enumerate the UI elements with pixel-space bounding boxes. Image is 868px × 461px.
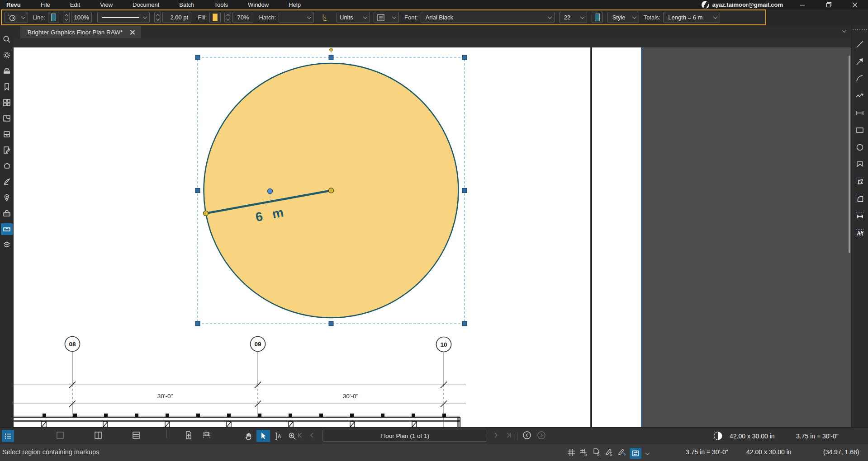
line-opacity-stepper[interactable] — [63, 12, 70, 23]
tool-rectangle[interactable] — [854, 124, 866, 136]
vertical-scrollbar[interactable] — [849, 56, 850, 253]
chevron-down-icon[interactable] — [645, 451, 650, 455]
page-contrast-button[interactable] — [713, 430, 723, 442]
sidebar-item-spaces[interactable] — [1, 113, 13, 124]
tool-count-measurement[interactable] — [854, 227, 866, 239]
units-dropdown[interactable]: Units — [337, 12, 370, 23]
show-grid-button[interactable] — [566, 447, 576, 459]
snap-markup-icon: 5 — [604, 447, 614, 457]
line-opacity-field[interactable]: 100% — [71, 12, 92, 23]
sidebar-item-bookmarks[interactable] — [1, 81, 13, 93]
list-icon — [4, 432, 12, 440]
rotate-handle[interactable] — [330, 48, 333, 52]
line-width-field[interactable]: 2.00 pt — [162, 12, 191, 23]
shape-tool-dropdown[interactable] — [5, 12, 28, 23]
tool-polyline[interactable] — [854, 90, 866, 102]
snap-to-content-button[interactable]: 5 — [592, 447, 602, 459]
split-horizontal-button[interactable] — [131, 430, 141, 442]
line-style-dropdown[interactable] — [97, 12, 150, 23]
ruler-icon — [2, 225, 11, 234]
pan-tool-button[interactable] — [242, 431, 254, 441]
close-button[interactable] — [842, 0, 868, 9]
menu-window[interactable]: Window — [238, 1, 279, 8]
previous-view-button[interactable] — [522, 430, 532, 442]
tool-ellipse[interactable] — [854, 141, 866, 153]
reuse-markup-toggle-button[interactable] — [630, 448, 641, 459]
menu-view[interactable]: View — [90, 1, 123, 8]
radius-endpoint-handle[interactable] — [204, 211, 209, 216]
scale-calibrate-button[interactable] — [318, 12, 333, 23]
totals-dropdown[interactable]: Length = 6 m — [663, 12, 720, 23]
hand-icon — [244, 431, 253, 441]
menu-batch[interactable]: Batch — [169, 1, 204, 8]
fit-page-button[interactable] — [184, 430, 194, 442]
sidebar-item-search[interactable] — [1, 33, 13, 45]
sidebar-item-tool-chest[interactable] — [1, 160, 13, 172]
split-vertical-button[interactable] — [93, 430, 103, 442]
last-page-button[interactable] — [504, 431, 512, 441]
next-page-button[interactable] — [492, 431, 500, 441]
chevron-down-icon — [307, 14, 312, 19]
markups-list-toggle-button[interactable] — [2, 430, 14, 442]
tool-arrow[interactable] — [854, 56, 866, 67]
hatch-dropdown[interactable] — [279, 12, 314, 23]
menu-tools[interactable]: Tools — [204, 1, 238, 8]
snap-hints-button[interactable] — [617, 447, 627, 459]
tool-perimeter-measurement[interactable] — [854, 193, 866, 205]
caption-style-dropdown[interactable] — [374, 12, 399, 23]
font-family-dropdown[interactable]: Arial Black — [421, 12, 555, 23]
sidebar-item-layers[interactable] — [1, 239, 13, 251]
menu-file[interactable]: File — [31, 1, 60, 8]
tool-polygon[interactable] — [854, 159, 866, 170]
menu-document[interactable]: Document — [123, 1, 169, 8]
tool-area-measurement[interactable] — [854, 176, 866, 188]
menu-help[interactable]: Help — [279, 1, 311, 8]
tool-length-measurement[interactable] — [854, 210, 866, 222]
page-indicator[interactable]: Floor Plan (1 of 1) — [323, 430, 487, 442]
tool-dimension[interactable] — [854, 107, 866, 119]
account-button[interactable]: ayaz.taimoor@gmail.com — [702, 1, 783, 9]
fit-width-button[interactable] — [202, 430, 212, 442]
sidebar-item-markups[interactable] — [1, 144, 13, 156]
fill-opacity-field[interactable]: 70% — [232, 12, 253, 23]
svg-text:5: 5 — [597, 452, 600, 457]
sidebar-item-places[interactable] — [1, 192, 13, 203]
restore-button[interactable] — [816, 0, 842, 9]
previous-page-button[interactable] — [308, 431, 316, 441]
document-canvas[interactable]: 6 m 30'-0" 30'-0" — [14, 38, 851, 427]
radius-center-handle[interactable] — [329, 188, 334, 193]
sidebar-item-signatures[interactable] — [1, 176, 13, 188]
tab-close-icon[interactable] — [130, 30, 135, 35]
toolbar-drag-handle[interactable] — [853, 29, 867, 30]
tool-line[interactable] — [854, 38, 866, 50]
fill-color-swatch[interactable] — [209, 12, 221, 23]
pdf-page[interactable]: 6 m 30'-0" 30'-0" — [14, 47, 641, 427]
style-dropdown[interactable]: Style — [607, 12, 639, 23]
tool-arc[interactable] — [854, 73, 866, 85]
font-color-swatch[interactable] — [592, 12, 603, 23]
document-tab[interactable]: Brighter Graphics Floor Plan RAW* — [20, 26, 141, 38]
snap-to-grid-button[interactable]: 5 — [579, 447, 589, 459]
sidebar-item-file-access[interactable] — [1, 65, 13, 77]
next-view-button[interactable] — [536, 430, 546, 442]
menu-revu[interactable]: Revu — [0, 1, 31, 8]
sidebar-item-toolbox[interactable] — [1, 207, 13, 219]
sidebar-item-thumbnails[interactable] — [1, 97, 13, 108]
select-tool-button[interactable] — [256, 430, 270, 442]
menu-edit[interactable]: Edit — [60, 1, 90, 8]
font-size-dropdown[interactable]: 22 — [559, 12, 587, 23]
line-color-swatch[interactable] — [48, 12, 59, 23]
single-pane-button[interactable] — [55, 430, 65, 442]
label-drag-handle[interactable] — [268, 189, 273, 194]
sidebar-item-properties[interactable] — [1, 49, 13, 61]
sidebar-item-measurements[interactable] — [1, 223, 13, 235]
sidebar-item-sets[interactable] — [1, 128, 13, 140]
minimize-button[interactable] — [789, 0, 816, 9]
tool-chest-icon — [2, 161, 11, 170]
tab-overflow-chevron-icon[interactable] — [842, 28, 847, 33]
select-text-button[interactable]: A — [272, 432, 284, 441]
line-width-stepper[interactable] — [154, 12, 161, 23]
fill-opacity-stepper[interactable] — [224, 12, 231, 23]
first-page-button[interactable] — [296, 431, 304, 441]
snap-to-markup-button[interactable]: 5 — [604, 447, 614, 459]
